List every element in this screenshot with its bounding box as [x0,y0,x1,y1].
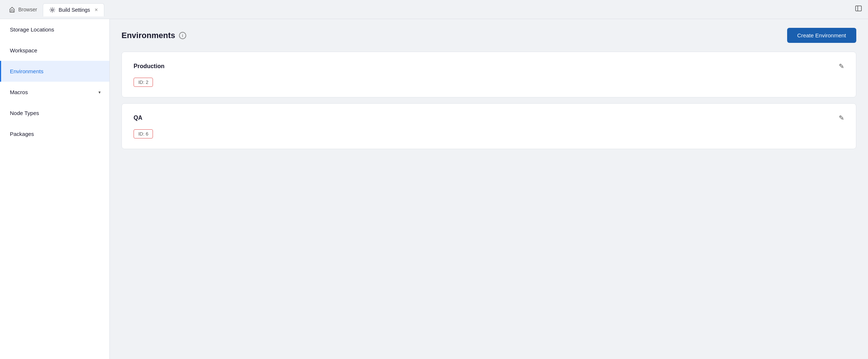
main-content: Environments i Create Environment Produc… [110,19,868,359]
top-right-panel-icon[interactable] [852,2,865,17]
env-card-header-qa: QA ✎ [134,114,844,122]
build-settings-tab-label: Build Settings [59,7,90,13]
tab-close-button[interactable]: ✕ [94,7,98,12]
env-id-qa: ID: 6 [134,129,153,138]
svg-point-0 [52,9,53,11]
chevron-down-icon: ▾ [98,90,101,95]
environments-list: Production ✎ ID: 2 QA ✎ ID: 6 [121,52,856,149]
edit-qa-button[interactable]: ✎ [839,114,844,122]
sidebar-item-storage-locations[interactable]: Storage Locations [0,19,109,40]
browser-tab-label: Browser [18,7,37,12]
sidebar-label-storage-locations: Storage Locations [10,26,54,33]
env-card-header-production: Production ✎ [134,62,844,70]
sidebar: Storage Locations Workspace Environments… [0,19,110,359]
env-id-production: ID: 2 [134,78,153,87]
sidebar-label-macros: Macros [10,89,28,95]
sidebar-item-environments[interactable]: Environments [0,61,109,82]
create-environment-button[interactable]: Create Environment [787,28,856,43]
gear-icon [49,7,56,13]
sidebar-label-packages: Packages [10,131,34,137]
tab-browser[interactable]: Browser [3,3,43,16]
environment-card-production: Production ✎ ID: 2 [121,52,856,97]
main-header: Environments i Create Environment [121,28,856,43]
sidebar-item-workspace[interactable]: Workspace [0,40,109,61]
sidebar-label-workspace: Workspace [10,47,37,53]
page-title: Environments [121,31,175,40]
tab-build-settings[interactable]: Build Settings ✕ [43,3,104,16]
tab-bar: Browser Build Settings ✕ [0,0,868,19]
title-row: Environments i [121,31,186,40]
sidebar-label-environments: Environments [10,68,44,74]
environment-card-qa: QA ✎ ID: 6 [121,103,856,149]
home-icon [9,6,15,13]
sidebar-item-node-types[interactable]: Node Types [0,103,109,123]
env-name-qa: QA [134,115,142,121]
svg-rect-1 [856,6,861,11]
env-name-production: Production [134,63,164,70]
sidebar-item-macros[interactable]: Macros ▾ [0,82,109,103]
edit-production-button[interactable]: ✎ [839,62,844,70]
sidebar-item-packages[interactable]: Packages [0,123,109,144]
main-layout: Storage Locations Workspace Environments… [0,19,868,359]
sidebar-label-node-types: Node Types [10,110,39,116]
info-icon[interactable]: i [179,32,186,39]
